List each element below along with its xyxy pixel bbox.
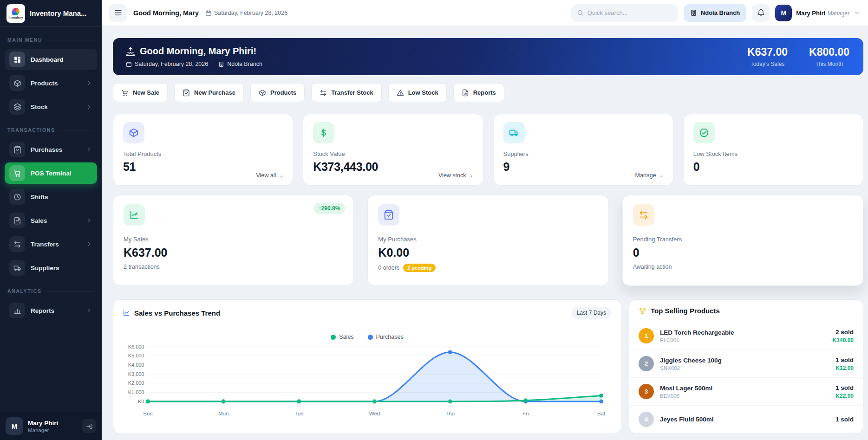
svg-text:Mon: Mon	[218, 411, 228, 416]
sidebar-item-reports[interactable]: Reports	[5, 300, 97, 321]
topbar-date: Saturday, February 28, 2026	[205, 10, 287, 16]
sidebar-item-label: Suppliers	[31, 265, 92, 272]
user-name: Mary Phiri	[28, 420, 78, 427]
svg-text:Sun: Sun	[143, 411, 152, 416]
sidebar-item-pos-terminal[interactable]: POS Terminal	[5, 162, 97, 184]
quick-actions-row: New SaleNew PurchaseProductsTransfer Sto…	[113, 83, 863, 102]
top-selling-panel: Top Selling Products 1LED Torch Recharge…	[629, 299, 863, 434]
user-menu[interactable]: M Mary Phiri Manager	[775, 5, 861, 21]
cart-icon	[121, 89, 129, 97]
sidebar-item-label: Shifts	[31, 194, 92, 201]
todays-sales-stat: K637.00 Today's Sales	[747, 46, 788, 67]
app-logo-row: Inventory Inventory Mana...	[0, 0, 102, 27]
sidebar-item-stock[interactable]: Stock	[5, 96, 97, 117]
dollar-icon	[319, 128, 329, 138]
top-selling-item-1[interactable]: 1LED Torch RechargeableELC0062 soldK140.…	[629, 322, 863, 350]
sidebar-item-dashboard[interactable]: Dashboard	[5, 49, 97, 70]
trophy-icon	[639, 307, 646, 315]
notifications-button[interactable]	[752, 4, 770, 22]
stat-label: Total Products	[123, 150, 283, 157]
sidebar-item-label: POS Terminal	[31, 170, 92, 177]
logout-icon	[86, 423, 93, 430]
search-icon	[577, 9, 584, 16]
topbar: Good Morning, Mary Saturday, February 28…	[102, 0, 868, 26]
svg-text:K3,000: K3,000	[128, 371, 144, 377]
building-icon	[218, 61, 224, 67]
new-sale-button[interactable]: New Sale	[113, 83, 168, 102]
warning-icon	[397, 89, 404, 97]
top-selling-item-4[interactable]: 4Jeyes Fluid 500ml1 sold	[629, 406, 863, 434]
product-code: ELC006	[660, 337, 827, 343]
sidebar-item-label: Purchases	[31, 146, 80, 153]
chart-period-badge: Last 7 Days	[571, 307, 612, 319]
sidebar-item-label: Stock	[31, 104, 80, 110]
top-selling-item-3[interactable]: 3Mosi Lager 500mlBEV0051 soldK22.00	[629, 378, 863, 406]
transfer-icon	[13, 240, 21, 248]
menu-icon	[114, 8, 123, 17]
svg-text:K0: K0	[138, 399, 144, 404]
growth-badge: ↑290.8%	[313, 203, 346, 214]
stat-link[interactable]: Manage →	[635, 172, 664, 179]
stat-link[interactable]: View all →	[256, 172, 283, 179]
hamburger-menu-button[interactable]	[109, 4, 127, 22]
reports-button[interactable]: Reports	[453, 83, 504, 102]
sidebar-item-shifts[interactable]: Shifts	[5, 186, 97, 207]
layers-icon	[13, 103, 21, 111]
avatar: M	[6, 417, 23, 435]
perf-card-my-purchases: My PurchasesK0.000 orders2 pending	[367, 195, 608, 286]
legend-purchases[interactable]: Purchases	[368, 334, 404, 340]
banner-branch-text: Ndola Branch	[227, 61, 262, 67]
stat-value: 51	[123, 160, 283, 174]
app-logo: Inventory	[7, 4, 25, 23]
search-box[interactable]	[571, 4, 678, 22]
chart-title: Sales vs Purchases Trend	[134, 309, 567, 317]
chevron-down-icon	[854, 9, 861, 16]
sidebar-item-purchases[interactable]: Purchases	[5, 139, 97, 160]
todays-sales-value: K637.00	[747, 46, 788, 58]
sidebar-item-suppliers[interactable]: Suppliers	[5, 257, 97, 278]
stat-card-suppliers: Suppliers9Manage →	[493, 114, 673, 186]
topbar-date-text: Saturday, February 28, 2026	[214, 10, 287, 16]
products-button[interactable]: Products	[250, 83, 305, 102]
sidebar-item-products[interactable]: Products	[5, 72, 97, 94]
perf-card-pending-transfers: Pending Transfers0Awaiting action	[622, 195, 863, 286]
svg-text:Fri: Fri	[522, 411, 529, 416]
perf-label: Pending Transfers	[633, 236, 853, 243]
logo-flame-icon	[12, 8, 20, 15]
search-input[interactable]	[587, 9, 672, 16]
dashboard-icon	[13, 56, 21, 64]
action-label: New Purchase	[194, 89, 235, 96]
product-amount: K140.00	[833, 337, 854, 343]
building-icon	[690, 9, 697, 16]
branch-selector-button[interactable]: Ndola Branch	[684, 4, 747, 22]
product-code: SNK002	[660, 365, 829, 371]
perf-label: My Purchases	[378, 236, 598, 243]
bottom-row: Sales vs Purchases Trend Last 7 Days Sal…	[113, 299, 863, 434]
banner-date: Saturday, February 28, 2026	[126, 61, 208, 67]
top-selling-item-2[interactable]: 2Jiggies Cheese 100gSNK0021 soldK12.00	[629, 350, 863, 378]
cart-icon	[13, 169, 21, 177]
transfer-stock-button[interactable]: Transfer Stock	[311, 83, 381, 102]
sidebar-item-sales[interactable]: Sales	[5, 210, 97, 231]
performance-row: ↑290.8%My SalesK637.002 transactionsMy P…	[113, 195, 863, 286]
svg-text:K2,000: K2,000	[128, 380, 144, 386]
top-selling-list: 1LED Torch RechargeableELC0062 soldK140.…	[629, 322, 863, 434]
product-name: LED Torch Rechargeable	[660, 329, 827, 336]
new-purchase-button[interactable]: New Purchase	[174, 83, 244, 102]
building-icon	[690, 9, 697, 16]
sidebar-item-transfers[interactable]: Transfers	[5, 233, 97, 255]
sidebar-item-label: Transfers	[31, 241, 80, 248]
stat-value: 9	[503, 160, 663, 174]
topbar-greeting: Good Morning, Mary	[133, 9, 199, 17]
calendar-icon	[126, 61, 132, 67]
chart-bars-icon	[13, 307, 21, 315]
svg-text:K1,000: K1,000	[128, 389, 144, 395]
legend-sales[interactable]: Sales	[331, 334, 353, 340]
stat-link[interactable]: View stock →	[438, 172, 474, 179]
logout-button[interactable]	[82, 419, 96, 433]
low-stock-button[interactable]: Low Stock	[388, 83, 447, 102]
sidebar-user-card[interactable]: M Mary Phiri Manager	[0, 412, 102, 440]
trophy-icon	[639, 307, 646, 315]
action-label: Transfer Stock	[331, 89, 373, 96]
product-sold: 1 sold	[835, 384, 854, 391]
